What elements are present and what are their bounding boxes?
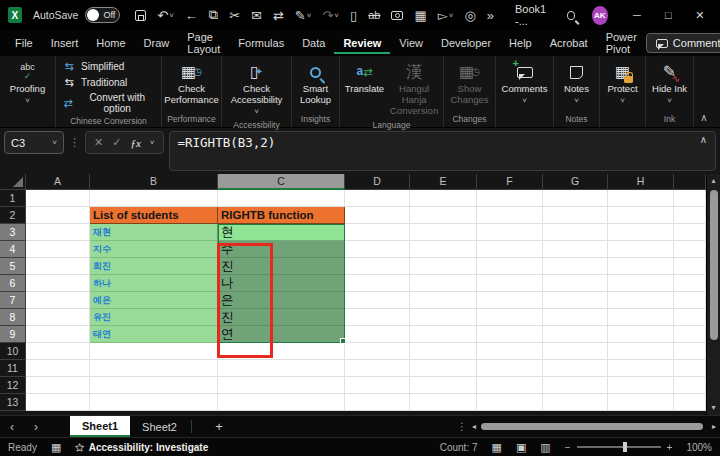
cell-F10[interactable] — [477, 343, 543, 360]
cell-F5[interactable] — [477, 258, 543, 275]
tab-review[interactable]: Review — [334, 32, 390, 54]
redo-icon[interactable]: ↷˅ — [322, 8, 339, 23]
column-header-B[interactable]: B — [90, 174, 218, 190]
cell-D3[interactable] — [345, 224, 410, 241]
collapse-formula-bar-icon[interactable]: ∧ — [700, 134, 707, 145]
cell-A6[interactable] — [26, 275, 90, 292]
cell-A12[interactable] — [26, 377, 90, 394]
excel-logo-icon[interactable]: X — [8, 7, 22, 23]
tab-page-layout[interactable]: Page Layout — [178, 26, 229, 60]
tab-developer[interactable]: Developer — [432, 32, 500, 54]
column-header-partial[interactable] — [674, 174, 706, 190]
tab-power-pivot[interactable]: Power Pivot — [597, 26, 646, 60]
cell-E2[interactable] — [410, 207, 477, 224]
back-arrow-icon[interactable]: ← — [185, 8, 198, 23]
vertical-scroll-thumb[interactable] — [710, 190, 718, 340]
cell-B9[interactable]: 태연 — [90, 326, 218, 343]
new-comment-button[interactable]: + Comments˅ — [499, 59, 551, 107]
scroll-up-icon[interactable]: ▴ — [711, 174, 715, 188]
cell-partial-2[interactable] — [674, 207, 706, 224]
horizontal-scroll-thumb[interactable] — [481, 423, 703, 430]
tab-home[interactable]: Home — [87, 32, 134, 54]
macro-record-icon[interactable]: ▦ — [51, 441, 61, 454]
export-icon[interactable]: ▻˅ — [438, 8, 454, 23]
cell-H3[interactable] — [608, 224, 674, 241]
tab-insert[interactable]: Insert — [42, 32, 88, 54]
cell-F8[interactable] — [477, 309, 543, 326]
row-header-1[interactable]: 1 — [0, 190, 26, 207]
cell-E4[interactable] — [410, 241, 477, 258]
save-icon[interactable] — [135, 10, 146, 21]
check-accessibility-button[interactable]: ▯✦ Check Accessibility ˅ — [224, 59, 289, 119]
formula-input[interactable]: =RIGHTB(B3,2) ∧ — [169, 131, 717, 171]
translate-icon[interactable]: ⇄ — [273, 8, 284, 23]
cell-D6[interactable] — [345, 275, 410, 292]
sheet-nav-left-icon[interactable]: ‹ — [0, 416, 24, 437]
cancel-entry-icon[interactable]: ✕ — [94, 136, 103, 149]
row-header-3[interactable]: 3 — [0, 224, 26, 241]
page-break-view-icon[interactable]: ▥ — [540, 441, 550, 454]
cell-E6[interactable] — [410, 275, 477, 292]
row-header-4[interactable]: 4 — [0, 241, 26, 258]
zoom-slider[interactable] — [577, 446, 661, 448]
scroll-right-icon[interactable]: ▸ — [712, 422, 716, 431]
cell-H5[interactable] — [608, 258, 674, 275]
cell-E1[interactable] — [410, 190, 477, 207]
accessibility-status[interactable]: ✩ Accessibility: Investigate — [75, 442, 208, 453]
cell-G13[interactable] — [543, 394, 608, 411]
cell-B2[interactable]: List of students — [90, 207, 218, 224]
cell-A7[interactable] — [26, 292, 90, 309]
name-box[interactable]: C3 ˅ — [4, 131, 64, 154]
cell-D11[interactable] — [345, 360, 410, 377]
cell-D5[interactable] — [345, 258, 410, 275]
row-header-8[interactable]: 8 — [0, 309, 26, 326]
cell-E8[interactable] — [410, 309, 477, 326]
translate-button[interactable]: a⇄ Translate — [342, 59, 387, 97]
cell-F2[interactable] — [477, 207, 543, 224]
cell-H2[interactable] — [608, 207, 674, 224]
cell-E11[interactable] — [410, 360, 477, 377]
row-header-13[interactable]: 13 — [0, 394, 26, 411]
cell-partial-4[interactable] — [674, 241, 706, 258]
cell-partial-10[interactable] — [674, 343, 706, 360]
comments-toggle-button[interactable]: Comments — [646, 33, 720, 53]
row-header-10[interactable]: 10 — [0, 343, 26, 360]
column-header-C[interactable]: C — [218, 174, 345, 190]
autosave-toggle[interactable]: Off — [85, 7, 120, 23]
cell-C13[interactable] — [218, 394, 345, 411]
tab-help[interactable]: Help — [500, 32, 541, 54]
cell-E7[interactable] — [410, 292, 477, 309]
column-header-E[interactable]: E — [410, 174, 477, 190]
zoom-out-icon[interactable]: − — [565, 442, 571, 453]
cell-partial-9[interactable] — [674, 326, 706, 343]
cell-partial-6[interactable] — [674, 275, 706, 292]
page-layout-view-icon[interactable]: ▣ — [516, 441, 526, 454]
camera-icon[interactable] — [391, 11, 403, 20]
cell-F13[interactable] — [477, 394, 543, 411]
cell-G6[interactable] — [543, 275, 608, 292]
cell-partial-7[interactable] — [674, 292, 706, 309]
row-header-5[interactable]: 5 — [0, 258, 26, 275]
cell-D10[interactable] — [345, 343, 410, 360]
cell-E12[interactable] — [410, 377, 477, 394]
tab-view[interactable]: View — [390, 32, 432, 54]
cell-partial-11[interactable] — [674, 360, 706, 377]
convert-with-option-button[interactable]: ⇄Convert with option — [58, 91, 159, 115]
show-changes-button[interactable]: ▦◷ Show Changes — [446, 59, 493, 108]
cell-E10[interactable] — [410, 343, 477, 360]
cell-G7[interactable] — [543, 292, 608, 309]
sheet-tab-sheet2[interactable]: Sheet2 — [130, 416, 189, 437]
cell-G9[interactable] — [543, 326, 608, 343]
column-header-D[interactable]: D — [345, 174, 410, 190]
cell-C12[interactable] — [218, 377, 345, 394]
cell-E9[interactable] — [410, 326, 477, 343]
cell-D12[interactable] — [345, 377, 410, 394]
cell-D13[interactable] — [345, 394, 410, 411]
cell-A4[interactable] — [26, 241, 90, 258]
zoom-slider-thumb[interactable] — [623, 442, 627, 452]
scroll-down-icon[interactable]: ▾ — [711, 401, 715, 415]
cell-C11[interactable] — [218, 360, 345, 377]
cell-A8[interactable] — [26, 309, 90, 326]
cell-E3[interactable] — [410, 224, 477, 241]
row-header-11[interactable]: 11 — [0, 360, 26, 377]
